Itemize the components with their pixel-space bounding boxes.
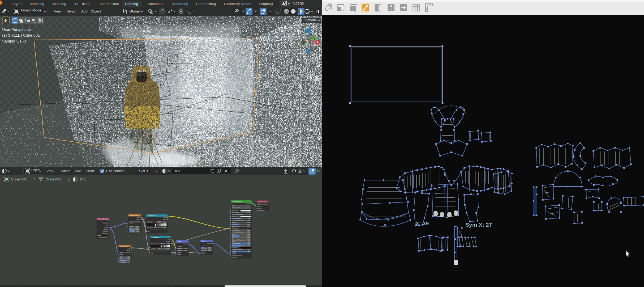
svg-text:Fac: Fac <box>128 247 130 249</box>
svg-text:IOR: IOR <box>232 241 235 243</box>
svg-text:EmissionStrength: EmissionStrength <box>232 249 243 250</box>
svg-text:Volume: Volume <box>257 208 262 209</box>
svg-text:Subsurface: Subsurface <box>232 212 239 213</box>
svg-text:Color: Color <box>127 249 130 251</box>
svg-text:Scale: Scale <box>120 256 123 258</box>
svg-text:SubsurfaceColor: SubsurfaceColor <box>232 216 242 217</box>
svg-text:0.500: 0.500 <box>247 235 250 237</box>
svg-text:Emission: Emission <box>232 247 237 248</box>
svg-text:Specular: Specular <box>232 223 238 225</box>
svg-text:Distortion: Distortion <box>120 262 126 263</box>
svg-text:Transmission: Transmission <box>232 243 240 244</box>
svg-text:X: X <box>316 41 319 44</box>
svg-text:0.000: 0.000 <box>247 233 250 235</box>
svg-text:Random Walk: Random Walk <box>232 207 241 209</box>
svg-text:Z: Z <box>308 29 310 32</box>
svg-text:0.030: 0.030 <box>247 239 250 241</box>
svg-text:Clearcoat: Clearcoat <box>232 237 238 239</box>
svg-text:ColorRamp: ColorRamp <box>152 237 159 238</box>
svg-text:1.400: 1.400 <box>247 218 250 219</box>
svg-text:PrincipledBSDF: PrincipledBSDF <box>233 201 242 202</box>
svg-text:0.500: 0.500 <box>126 260 130 261</box>
svg-text:Distance: Distance <box>177 250 183 251</box>
svg-text:SubsurfaceIOR: SubsurfaceIOR <box>232 218 242 219</box>
svg-text:1.000: 1.000 <box>208 249 212 251</box>
svg-text:0.500: 0.500 <box>136 229 139 231</box>
svg-text:Anisotropic: Anisotropic <box>232 229 239 231</box>
svg-text:Displacement: Displacement <box>257 210 265 211</box>
svg-text:Vector: Vector <box>129 223 133 225</box>
svg-text:3D: 3D <box>129 221 131 222</box>
svg-text:0: 0 <box>150 226 151 228</box>
svg-text:Invert: Invert <box>203 245 206 247</box>
svg-text:Detail: Detail <box>120 258 123 260</box>
svg-text:0.000: 0.000 <box>247 225 250 227</box>
svg-text:SubsurfaceAnisotropy: SubsurfaceAnisotropy <box>232 220 245 221</box>
svg-text:Pos: Pos <box>158 248 160 250</box>
svg-text:Surface: Surface <box>257 206 262 208</box>
svg-text:Object: Object <box>104 227 108 228</box>
svg-text:Color: Color <box>136 218 140 220</box>
svg-text:Vector: Vector <box>119 254 123 255</box>
svg-text:Generated: Generated <box>101 221 108 223</box>
svg-text:Pos: Pos <box>154 226 157 228</box>
svg-text:RGB: RGB <box>158 221 161 223</box>
svg-text:0.300: 0.300 <box>208 247 211 249</box>
svg-text:Y: Y <box>313 37 315 40</box>
svg-text:UV: UV <box>106 225 108 226</box>
svg-text:Alpha: Alpha <box>232 251 236 252</box>
svg-text:0.500: 0.500 <box>247 223 250 225</box>
svg-text:1.000: 1.000 <box>247 243 250 244</box>
svg-text:Sheen: Sheen <box>232 233 236 235</box>
svg-text:Linear: Linear <box>167 243 170 244</box>
svg-text:Detail: Detail <box>130 227 133 229</box>
svg-text:Normal: Normal <box>201 253 205 255</box>
svg-text:0.000: 0.000 <box>247 231 250 233</box>
svg-text:0.000: 0.000 <box>247 212 250 213</box>
svg-text:MaterialOutput: MaterialOutput <box>258 201 267 202</box>
svg-text:Fac: Fac <box>147 231 150 232</box>
svg-text:Invert: Invert <box>178 246 182 247</box>
svg-text:0.000: 0.000 <box>247 237 250 239</box>
svg-text:1.000: 1.000 <box>247 251 250 252</box>
svg-text:Normal: Normal <box>183 243 187 245</box>
svg-text:Metallic: Metallic <box>232 222 237 223</box>
svg-text:Sym X: 27: Sym X: 27 <box>465 222 492 228</box>
svg-text:5.000: 5.000 <box>126 256 130 258</box>
svg-text:ClearcoatNormal: ClearcoatNormal <box>232 255 242 256</box>
svg-text:Window: Window <box>103 230 108 232</box>
svg-text:Roughness: Roughness <box>120 260 127 261</box>
svg-text:Linear: Linear <box>163 221 167 223</box>
svg-text:Color: Color <box>167 239 170 240</box>
svg-text:Alpha: Alpha <box>163 219 166 220</box>
svg-text:1.000: 1.000 <box>247 249 250 250</box>
svg-text:Scale: Scale <box>130 225 133 227</box>
svg-text:TextureCoordinate: TextureCoordinate <box>98 218 110 220</box>
svg-text:Normal: Normal <box>177 254 181 255</box>
svg-text:Strength: Strength <box>202 247 207 249</box>
svg-text:Camera: Camera <box>103 229 108 230</box>
svg-text:0: 0 <box>153 248 154 250</box>
svg-text:5.000: 5.000 <box>136 225 139 227</box>
svg-text:Bump: Bump <box>202 240 206 242</box>
svg-text:Fac: Fac <box>151 252 153 254</box>
svg-text:Reflection: Reflection <box>102 232 108 234</box>
svg-text:15.000: 15.000 <box>126 258 130 260</box>
svg-text:1.000: 1.000 <box>184 250 187 251</box>
svg-text:Color: Color <box>163 217 166 218</box>
svg-text:15.000: 15.000 <box>135 227 139 229</box>
svg-text:RGB: RGB <box>161 243 164 244</box>
svg-text:ClearcoatRoughness: ClearcoatRoughness <box>232 239 245 241</box>
svg-text:Alpha: Alpha <box>166 240 170 242</box>
svg-text:0.000: 0.000 <box>247 220 250 221</box>
svg-text:SubsurfaceRadius: SubsurfaceRadius <box>232 214 243 215</box>
svg-text:3D: 3D <box>120 252 122 253</box>
svg-text:0.000: 0.000 <box>247 222 250 223</box>
svg-text:All: All <box>258 203 259 205</box>
svg-text:Fac: Fac <box>137 217 140 218</box>
svg-text:0.000: 0.000 <box>126 262 130 263</box>
svg-text:ColorRamp: ColorRamp <box>148 215 155 216</box>
svg-text:BaseColor: BaseColor <box>232 210 238 211</box>
svg-text:AnisotropicRotation: AnisotropicRotation <box>232 231 244 233</box>
svg-text:1.450: 1.450 <box>247 241 250 243</box>
